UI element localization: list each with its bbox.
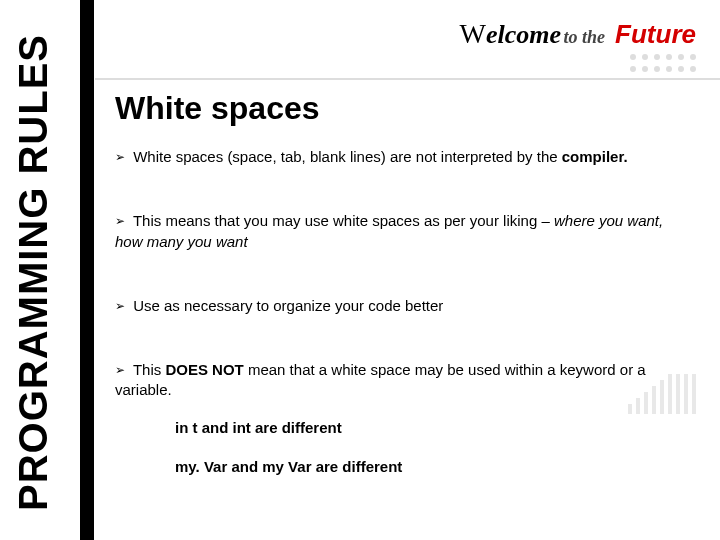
bullet-3: ➢ Use as necessary to organize your code… [115,296,690,316]
sidebar-title: PROGRAMMING RULES [11,34,56,511]
welcome-text: Welcome to the [460,18,606,50]
bullet-4: ➢ This DOES NOT mean that a white space … [115,360,690,401]
welcome-rest: elcome [486,20,561,49]
bullet-arrow-icon: ➢ [115,298,125,314]
horizontal-rule [95,78,720,80]
content-area: White spaces ➢ White spaces (space, tab,… [115,90,690,497]
welcome-initial: W [460,18,486,49]
header-branding: Welcome to the Future [460,18,696,50]
slide: PROGRAMMING RULES Welcome to the Future … [0,0,720,540]
bullet-arrow-icon: ➢ [115,149,125,165]
sub-example-1: in t and int are different [175,419,690,436]
bullet-4-prefix: This [133,361,166,378]
bullet-arrow-icon: ➢ [115,213,125,229]
bullet-1-bold: compiler. [562,148,628,165]
future-text: Future [615,19,696,50]
bullet-2: ➢ This means that you may use white spac… [115,211,690,252]
bullet-3-text: Use as necessary to organize your code b… [133,297,443,314]
sub-example-2: my. Var and my Var are different [175,458,690,475]
bullet-1-prefix: White spaces (space, tab, blank lines) a… [133,148,562,165]
to-the-text: to the [559,27,605,47]
vertical-bar [80,0,94,540]
bullet-4-bold: DOES NOT [165,361,243,378]
bullet-2-prefix: This means that you may use white spaces… [133,212,554,229]
bullet-1: ➢ White spaces (space, tab, blank lines)… [115,147,690,167]
dot-grid-icon [630,54,696,72]
slide-title: White spaces [115,90,690,127]
bullet-arrow-icon: ➢ [115,362,125,378]
